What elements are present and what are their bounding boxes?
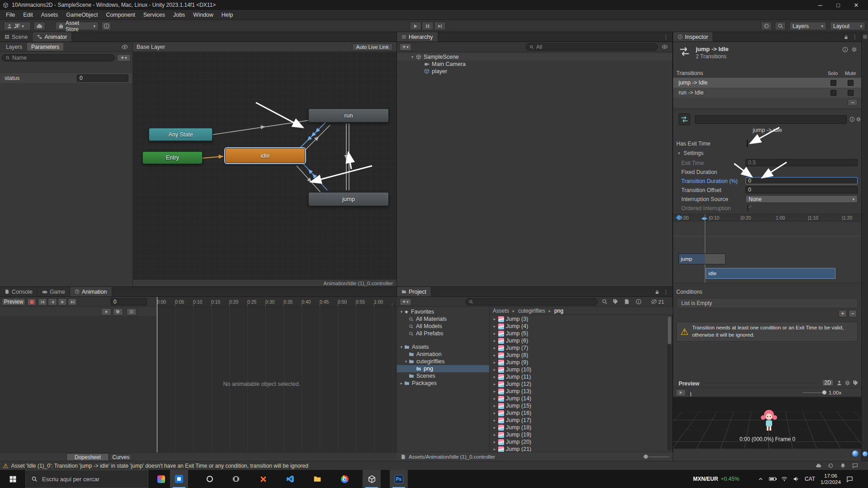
asset-item[interactable]: ▸ Jump (11) xyxy=(490,373,665,380)
tab-parameters[interactable]: Parameters xyxy=(27,43,63,51)
menu-item[interactable]: Window xyxy=(189,12,217,18)
tree-item-assets[interactable]: ▾ Assets xyxy=(397,343,489,351)
eye-icon[interactable] xyxy=(122,44,128,50)
expander-icon[interactable]: ▸ xyxy=(492,367,497,372)
menu-item[interactable]: Assets xyxy=(37,12,62,18)
state-node-any-state[interactable]: Any State xyxy=(149,128,212,141)
account-dropdown[interactable]: JF▾ xyxy=(4,22,31,30)
first-frame-button[interactable] xyxy=(38,298,47,305)
expander-icon[interactable]: ▸ xyxy=(492,440,497,444)
thumbnail-size-slider[interactable] xyxy=(643,456,669,457)
parameter-row[interactable]: status 0 xyxy=(0,73,132,83)
notification-dot-icon[interactable] xyxy=(863,451,868,456)
avatar-icon[interactable] xyxy=(836,380,842,386)
scrollbar-thumb[interactable] xyxy=(668,316,671,344)
expander-icon[interactable]: ▾ xyxy=(403,359,409,364)
remove-transition-button[interactable]: − xyxy=(848,99,858,106)
tab-game[interactable]: Game xyxy=(38,287,70,296)
gear-icon[interactable] xyxy=(851,47,857,52)
info-icon[interactable] xyxy=(636,299,642,305)
animation-time-ruler[interactable]: 0:000:050:100:150:200:250:300:350:400:45… xyxy=(157,297,397,307)
hidden-count-badge[interactable]: 21 xyxy=(651,299,664,305)
cloud-status-icon[interactable] xyxy=(816,463,821,469)
mute-checkbox[interactable] xyxy=(848,90,854,96)
exit-time-field[interactable]: 0.5 xyxy=(745,159,858,166)
cloud-button[interactable] xyxy=(33,22,45,30)
breadcrumb-leaf[interactable]: png xyxy=(554,308,563,314)
preview-divider[interactable] xyxy=(705,384,819,385)
breadcrumb-base-layer[interactable]: Base Layer xyxy=(137,44,165,50)
minimize-button[interactable]: ─ xyxy=(811,0,829,10)
preview-2d-toggle[interactable]: 2D xyxy=(822,379,834,386)
tray-chevron-up-icon[interactable] xyxy=(758,476,764,482)
playhead-line[interactable] xyxy=(705,214,705,283)
asset-item[interactable]: ▸ Jump (17) xyxy=(490,417,665,424)
taskbar-app-chrome[interactable] xyxy=(335,470,354,488)
tree-item-scenes[interactable]: Scenes xyxy=(397,372,489,380)
timeline-bar-idle[interactable]: idle xyxy=(706,268,835,279)
step-button[interactable] xyxy=(434,22,446,30)
menu-item[interactable]: Edit xyxy=(19,12,37,18)
asset-item[interactable]: ▸ Jump (15) xyxy=(490,402,665,409)
asset-item[interactable]: ▸ Jump (12) xyxy=(490,380,665,388)
solo-checkbox[interactable] xyxy=(830,90,836,96)
asset-item[interactable]: ▸ Jump (10) xyxy=(490,366,665,373)
asset-item[interactable]: ▸ Jump (19) xyxy=(490,431,665,438)
dopesheet-area[interactable] xyxy=(157,307,397,452)
asset-item[interactable]: ▸ Jump (14) xyxy=(490,395,665,402)
expander-icon[interactable]: ▸ xyxy=(492,324,497,328)
menu-item[interactable]: GameObject xyxy=(62,12,102,18)
expander-icon[interactable]: ▸ xyxy=(492,353,497,357)
hierarchy-item-scene[interactable]: ▾ SampleScene xyxy=(397,53,672,61)
taskbar-app-vscode[interactable] xyxy=(281,470,299,488)
tab-animation[interactable]: Animation xyxy=(70,287,112,296)
state-node-run[interactable]: run xyxy=(308,108,389,122)
mute-checkbox[interactable] xyxy=(848,80,854,86)
expander-icon[interactable]: ▾ xyxy=(399,310,404,314)
expander-icon[interactable]: ▸ xyxy=(492,418,497,422)
expander-icon[interactable]: ▸ xyxy=(492,382,497,386)
has-exit-time-checkbox[interactable] xyxy=(747,140,748,147)
add-condition-button[interactable]: + xyxy=(839,310,847,317)
slider-handle[interactable] xyxy=(644,455,648,459)
gear-icon[interactable] xyxy=(844,380,850,386)
taskbar-clock[interactable]: 17:06 1/2/2024 xyxy=(821,473,841,486)
hierarchy-item-player[interactable]: player xyxy=(397,68,672,75)
expander-icon[interactable]: ▸ xyxy=(492,432,497,437)
filter-curves-button[interactable] xyxy=(127,308,137,315)
asset-item[interactable]: ▸ Jump (20) xyxy=(490,438,665,446)
transition-offset-field[interactable]: 0 xyxy=(745,186,858,193)
tab-hierarchy[interactable]: Hierarchy xyxy=(397,32,438,42)
next-key-button[interactable] xyxy=(68,298,77,305)
transition-name-field[interactable] xyxy=(695,115,847,124)
parameter-search-input[interactable]: Name xyxy=(2,54,115,61)
play-animation-button[interactable] xyxy=(58,298,67,305)
speaker-icon[interactable] xyxy=(793,476,799,482)
project-scrollbar[interactable] xyxy=(667,315,672,451)
asset-item[interactable]: ▸ Jump (16) xyxy=(490,409,665,417)
transition-row-selected[interactable]: jump -> Idle xyxy=(673,78,862,88)
pin-icon[interactable] xyxy=(853,380,859,386)
help-icon[interactable] xyxy=(849,117,855,122)
expander-icon[interactable]: ▸ xyxy=(492,404,497,408)
settings-foldout[interactable]: ▾ Settings xyxy=(676,150,703,156)
bell-icon[interactable] xyxy=(840,463,846,469)
services-button[interactable] xyxy=(101,22,111,30)
tab-layers[interactable]: Layers xyxy=(2,43,26,51)
collapsed-tab-icon[interactable] xyxy=(863,35,867,39)
tree-item-favorites[interactable]: ▾ ★ Favorites xyxy=(397,308,489,315)
asset-item[interactable]: ▸ Jump (18) xyxy=(490,424,665,431)
remove-condition-button[interactable]: − xyxy=(849,310,857,317)
scene-visibility-icon[interactable] xyxy=(662,44,668,50)
taskbar-app-blue[interactable] xyxy=(170,470,188,488)
preview-play-button[interactable] xyxy=(676,389,686,396)
tab-project[interactable]: Project xyxy=(397,287,431,296)
create-asset-button[interactable]: +▾ xyxy=(400,298,411,305)
add-event-button[interactable] xyxy=(113,308,123,315)
asset-store-dropdown[interactable]: Asset Store▾ xyxy=(55,22,99,30)
menu-item[interactable]: File xyxy=(2,12,19,18)
expander-icon[interactable]: ▸ xyxy=(492,360,497,365)
state-node-idle[interactable]: idle xyxy=(225,148,305,163)
curves-tab[interactable]: Curves xyxy=(109,453,133,461)
state-node-jump[interactable]: jump xyxy=(308,192,389,206)
